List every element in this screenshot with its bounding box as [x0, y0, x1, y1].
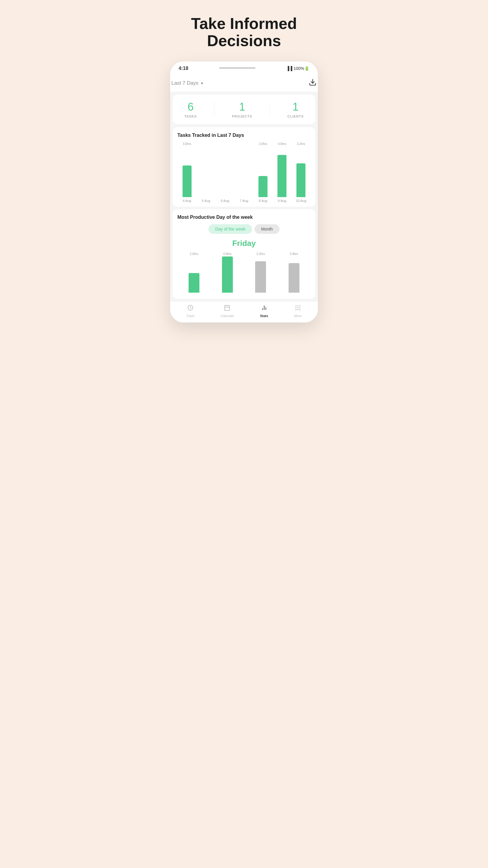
productive-bar-chart: 2.0hrs4.0hrs3.2hrs3.0hrs [177, 252, 311, 294]
productive-day-card: Most Productive Day of the week Day of t… [173, 209, 315, 299]
bar-column: 5 Aug [196, 142, 216, 203]
productive-bar-column: 3.2hrs [244, 252, 278, 294]
svg-point-10 [298, 306, 298, 306]
prod-bar-value-label: 3.0hrs [290, 252, 298, 255]
bar-column: 6 Aug [216, 142, 234, 203]
headline-line2: Decisions [207, 32, 281, 50]
divider-1 [214, 102, 215, 117]
nav-item-stats[interactable]: Stats [260, 304, 268, 318]
clients-label: CLIENTS [287, 115, 304, 118]
bar-x-label: 7 Aug [240, 199, 248, 203]
stats-card: 6 TASKS 1 PROJECTS 1 CLIENTS [173, 95, 315, 124]
nav-icon-track [187, 304, 194, 313]
bar-column: 7 Aug [234, 142, 253, 203]
friday-label: Friday [177, 239, 311, 248]
bar-value-label: 4.0hrs [278, 142, 286, 146]
svg-point-16 [298, 310, 298, 310]
phone-frame: 4:18 ▐▐ 100%🔋 Last 7 Days ▾ [170, 61, 318, 322]
bar-fill [258, 176, 267, 197]
nav-label-more: More [294, 314, 302, 318]
bar-x-label: 4 Aug [183, 199, 191, 203]
productive-bar-column: 2.0hrs [177, 252, 211, 294]
signal-icon: ▐▐ [286, 66, 292, 71]
status-time: 4:18 [178, 66, 188, 71]
bottom-nav: TrackCalendarStatsMore [170, 301, 318, 322]
tasks-chart-card: Tasks Tracked in Last 7 Days 3.0hrs4 Aug… [173, 127, 315, 207]
battery-text: 100%🔋 [293, 66, 310, 71]
nav-label-track: Track [186, 314, 194, 318]
nav-item-more[interactable]: More [294, 304, 302, 318]
bar-x-label: 10 Aug [296, 199, 306, 203]
download-button[interactable] [309, 79, 317, 88]
header-row: Last 7 Days ▾ [170, 73, 318, 92]
bar-value-label: 2.0hrs [259, 142, 267, 146]
prod-bar-fill [222, 256, 233, 293]
svg-point-14 [300, 307, 300, 308]
page-container: Take Informed Decisions 4:18 ▐▐ 100%🔋 La… [163, 6, 325, 322]
period-selector[interactable]: Last 7 Days ▾ [171, 80, 203, 86]
projects-stat: 1 PROJECTS [232, 101, 252, 118]
svg-point-15 [296, 310, 296, 310]
bar-value-label: 3.2hrs [297, 142, 305, 146]
toggle-day-btn[interactable]: Day of the week [208, 224, 252, 234]
svg-point-12 [296, 307, 296, 308]
tasks-bar-chart: 3.0hrs4 Aug5 Aug6 Aug7 Aug2.0hrs8 Aug4.0… [177, 142, 311, 203]
bar-x-label: 5 Aug [202, 199, 210, 203]
productive-title: Most Productive Day of the week [177, 215, 311, 220]
bar-fill [278, 155, 287, 197]
productive-bar-column: 4.0hrs [211, 252, 244, 294]
bar-column: 3.0hrs4 Aug [177, 142, 196, 203]
tasks-count: 6 [188, 101, 194, 113]
clients-count: 1 [293, 101, 298, 113]
notch [219, 67, 255, 69]
bar-column: 3.2hrs10 Aug [292, 142, 311, 203]
prod-bar-fill [189, 273, 199, 293]
projects-count: 1 [239, 101, 245, 113]
svg-point-13 [298, 307, 298, 308]
prod-bar-value-label: 4.0hrs [223, 252, 232, 255]
nav-icon-stats [261, 304, 267, 313]
bar-x-label: 9 Aug [278, 199, 286, 203]
bar-fill [296, 163, 305, 197]
svg-point-11 [300, 306, 300, 306]
clients-stat: 1 CLIENTS [287, 101, 304, 118]
bar-column: 4.0hrs9 Aug [272, 142, 292, 203]
svg-point-9 [296, 306, 296, 306]
headline-line1: Take Informed [191, 15, 297, 32]
nav-label-calendar: Calendar [221, 314, 234, 318]
prod-bar-fill [255, 261, 266, 293]
tasks-stat: 6 TASKS [184, 101, 197, 118]
bar-fill [183, 165, 192, 197]
svg-point-17 [300, 310, 300, 310]
prod-bar-fill [289, 263, 299, 293]
toggle-month-btn[interactable]: Month [255, 224, 280, 234]
prod-bar-value-label: 3.2hrs [256, 252, 265, 255]
tasks-label: TASKS [184, 115, 197, 118]
bar-x-label: 8 Aug [259, 199, 267, 203]
projects-label: PROJECTS [232, 115, 252, 118]
svg-rect-2 [225, 306, 230, 310]
nav-item-calendar[interactable]: Calendar [221, 304, 234, 318]
status-bar: 4:18 ▐▐ 100%🔋 [170, 61, 318, 73]
period-label: Last 7 Days [171, 80, 198, 86]
prod-bar-value-label: 2.0hrs [190, 252, 198, 255]
bar-value-label: 3.0hrs [183, 142, 191, 146]
bar-column: 2.0hrs8 Aug [254, 142, 272, 203]
bar-x-label: 6 Aug [221, 199, 229, 203]
dropdown-arrow-icon: ▾ [201, 81, 203, 86]
tasks-chart-title: Tasks Tracked in Last 7 Days [177, 133, 311, 138]
nav-item-track[interactable]: Track [186, 304, 194, 318]
nav-label-stats: Stats [260, 314, 268, 318]
nav-icon-calendar [224, 304, 230, 313]
toggle-row: Day of the week Month [177, 224, 311, 234]
headline: Take Informed Decisions [191, 15, 297, 50]
nav-icon-more [295, 304, 301, 313]
status-right: ▐▐ 100%🔋 [286, 66, 310, 71]
productive-bar-column: 3.0hrs [278, 252, 311, 294]
